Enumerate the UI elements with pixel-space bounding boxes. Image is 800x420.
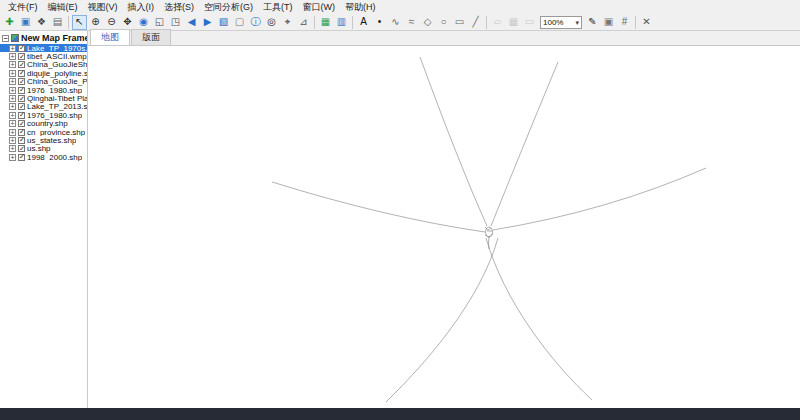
grid-icon[interactable]: ▦ (506, 15, 521, 30)
menu-item[interactable]: 文件(F) (3, 0, 43, 15)
snap-icon[interactable]: # (617, 15, 632, 30)
layer-visibility-checkbox[interactable] (18, 145, 25, 152)
menu-item[interactable]: 选择(S) (159, 0, 199, 15)
expander-icon[interactable] (9, 78, 16, 85)
map-document-icon[interactable]: ▣ (18, 15, 33, 30)
forward-extent-icon[interactable]: ▶ (200, 15, 215, 30)
menu-item[interactable]: 空间分析(G) (199, 0, 258, 15)
layer-visibility-checkbox[interactable] (18, 154, 25, 161)
menu-item[interactable]: 工具(T) (258, 0, 298, 15)
layer-row[interactable]: 1998_2000.shp (0, 153, 87, 161)
zoom-in-icon[interactable]: ⊕ (88, 15, 103, 30)
menu-item[interactable]: 插入(I) (123, 0, 160, 15)
layer-row[interactable]: tibet_ASCII.wmp (0, 52, 87, 60)
fixed-zoom-out-icon[interactable]: ◳ (168, 15, 183, 30)
zoom-out-icon[interactable]: ⊖ (104, 15, 119, 30)
layer-row[interactable]: China_GuoJieShen (0, 61, 87, 69)
text-tool-icon[interactable]: A (356, 15, 371, 30)
layer-row[interactable]: 1976_1980.shp (0, 111, 87, 119)
rectangle-tool-icon[interactable]: ▭ (452, 15, 467, 30)
layer-row[interactable]: country.shp (0, 120, 87, 128)
layer-row[interactable]: us_states.shp (0, 136, 87, 144)
layer-row[interactable]: diqujie_polyline.sh (0, 69, 87, 77)
layer-row[interactable]: Qinghai-Tibet Plat (0, 94, 87, 102)
point-tool-icon[interactable]: • (372, 15, 387, 30)
gis-application-window: 文件(F) 编辑(E) 视图(V) 插入(I) 选择(S) 空间分析(G) 工具… (0, 0, 800, 420)
layer-visibility-checkbox[interactable] (18, 70, 25, 77)
expander-icon[interactable] (9, 61, 16, 68)
zoom-level-combo[interactable]: 100% (540, 16, 582, 29)
fixed-zoom-in-icon[interactable]: ◱ (152, 15, 167, 30)
menu-item[interactable]: 帮助(H) (340, 0, 381, 15)
edit-pencil-icon[interactable]: ✎ (585, 15, 600, 30)
toolbar-separator (350, 16, 355, 29)
layer-visibility-checkbox[interactable] (18, 103, 25, 110)
layer-row[interactable]: cn_province.shp (0, 128, 87, 136)
back-extent-icon[interactable]: ◀ (184, 15, 199, 30)
circle-tool-icon[interactable]: ○ (436, 15, 451, 30)
select-features-icon[interactable]: ▧ (216, 15, 231, 30)
menu-item[interactable]: 编辑(E) (43, 0, 83, 15)
freehand-tool-icon[interactable]: ≈ (404, 15, 419, 30)
expander-icon[interactable] (9, 145, 16, 152)
layer-row[interactable]: China_GuoJie_Poly (0, 78, 87, 86)
tab-layout[interactable]: 版面 (131, 29, 171, 45)
layers-icon[interactable]: ❖ (34, 15, 49, 30)
toolbar-group-left: ✚ ▣ ❖ ▤ ↖ ⊕ ⊖ ✥ ◉ ◱ ◳ (2, 15, 537, 30)
expander-icon[interactable] (9, 53, 16, 60)
layer-visibility-checkbox[interactable] (18, 120, 25, 127)
tab-map[interactable]: 地图 (90, 29, 130, 45)
layout-icon[interactable]: ▭ (522, 15, 537, 30)
identify-icon[interactable]: ⓘ (248, 15, 263, 30)
goto-xy-icon[interactable]: ⌖ (280, 15, 295, 30)
pan-icon[interactable]: ✥ (120, 15, 135, 30)
save-edits-icon[interactable]: ▣ (601, 15, 616, 30)
expander-icon[interactable] (9, 95, 16, 102)
clear-selection-icon[interactable]: ▢ (232, 15, 247, 30)
expander-icon[interactable] (9, 70, 16, 77)
print-icon[interactable]: ▤ (50, 15, 65, 30)
layer-name: tibet_ASCII.wmp (27, 52, 87, 60)
select-arrow-icon[interactable]: ↖ (72, 15, 87, 30)
polygon-tool-icon[interactable]: ◇ (420, 15, 435, 30)
expander-icon[interactable] (9, 103, 16, 110)
raster-image-icon[interactable]: ▦ (318, 15, 333, 30)
layer-row[interactable]: Lake_TP_1970s.shp (0, 44, 87, 52)
layer-name: Qinghai-Tibet Plat (27, 94, 87, 102)
layer-visibility-checkbox[interactable] (18, 61, 25, 68)
expander-icon[interactable] (9, 87, 16, 94)
expander-icon[interactable] (9, 137, 16, 144)
layer-visibility-checkbox[interactable] (18, 112, 25, 119)
main-content: New Map Frame Lake_TP_1970s.shp tibet_AS… (0, 31, 800, 408)
close-tool-icon[interactable]: ✕ (639, 15, 654, 30)
find-icon[interactable]: ◎ (264, 15, 279, 30)
measure-icon[interactable]: ⊿ (296, 15, 311, 30)
expander-icon[interactable] (9, 120, 16, 127)
layer-visibility-checkbox[interactable] (18, 95, 25, 102)
collapse-icon[interactable] (2, 35, 9, 42)
expander-icon[interactable] (9, 154, 16, 161)
layer-visibility-checkbox[interactable] (18, 137, 25, 144)
full-extent-icon[interactable]: ◉ (136, 15, 151, 30)
layer-name: China_GuoJie_Poly (27, 78, 87, 86)
expander-icon[interactable] (9, 112, 16, 119)
attribute-table-icon[interactable]: ▥ (334, 15, 349, 30)
toc-root-row[interactable]: New Map Frame (0, 31, 87, 44)
add-data-icon[interactable]: ✚ (2, 15, 17, 30)
layer-visibility-checkbox[interactable] (18, 53, 25, 60)
layer-visibility-checkbox[interactable] (18, 129, 25, 136)
clipboard-icon[interactable]: ▱ (490, 15, 505, 30)
menu-item[interactable]: 视图(V) (83, 0, 123, 15)
line-tool-icon[interactable]: ╱ (468, 15, 483, 30)
layer-visibility-checkbox[interactable] (18, 78, 25, 85)
layer-row[interactable]: us.shp (0, 145, 87, 153)
layer-visibility-checkbox[interactable] (18, 45, 25, 52)
menu-item[interactable]: 窗口(W) (298, 0, 341, 15)
expander-icon[interactable] (9, 129, 16, 136)
layer-visibility-checkbox[interactable] (18, 87, 25, 94)
expander-icon[interactable] (9, 45, 16, 52)
layer-row[interactable]: 1976_1980.shp (0, 86, 87, 94)
layer-row[interactable]: Lake_TP_2013.shp (0, 103, 87, 111)
curve-tool-icon[interactable]: ∿ (388, 15, 403, 30)
map-canvas[interactable] (88, 46, 800, 408)
